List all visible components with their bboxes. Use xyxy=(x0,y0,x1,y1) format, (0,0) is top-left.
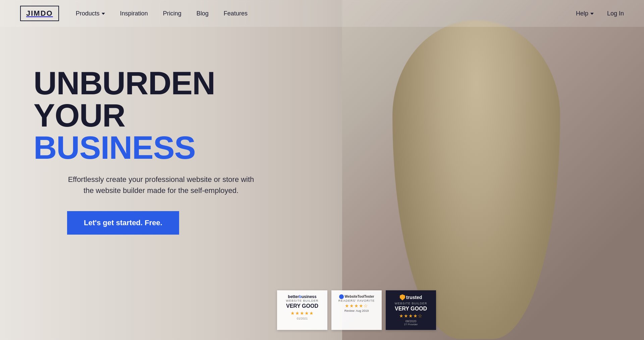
badge-better-business: betterbusiness WEBSITE BUILDER VERY GOOD… xyxy=(277,290,327,330)
nav-features-label: Features xyxy=(224,10,248,17)
wtt-logo: WebsiteToolTester xyxy=(337,294,376,299)
wtt-category: READERS' FAVORITE xyxy=(337,299,376,302)
hero-content: UNBURDEN YOUR BUSINESS Effortlessly crea… xyxy=(0,27,268,235)
nav-pricing-label: Pricing xyxy=(163,10,181,17)
logo-link[interactable]: JIMDO xyxy=(20,6,59,21)
hero-subtext: Effortlessly create your professional we… xyxy=(67,174,255,196)
trusted-provider: 27 Provider xyxy=(391,323,431,326)
trusted-stars: ★★★★☆ xyxy=(391,313,431,319)
wtt-review-date: Review: Aug 2019 xyxy=(337,309,376,312)
nav-links: Products Inspiration Pricing Blog xyxy=(76,10,248,17)
help-chevron-icon xyxy=(590,13,594,15)
nav-inspiration[interactable]: Inspiration xyxy=(120,10,148,17)
trusted-category: WEBSITE BUILDER xyxy=(391,302,431,305)
products-chevron-icon xyxy=(102,13,105,15)
trusted-shield-icon xyxy=(400,294,405,300)
headline-line2: BUSINESS xyxy=(34,132,268,164)
trusted-logo-text: trusted xyxy=(406,295,422,300)
bb-category: WEBSITE BUILDER xyxy=(282,299,322,302)
nav-pricing[interactable]: Pricing xyxy=(163,10,181,17)
nav-products[interactable]: Products xyxy=(76,10,105,17)
badges-container: betterbusiness WEBSITE BUILDER VERY GOOD… xyxy=(277,290,436,330)
nav-products-label: Products xyxy=(76,10,100,17)
nav-login[interactable]: Log In xyxy=(607,10,624,17)
hero-headline: UNBURDEN YOUR BUSINESS xyxy=(34,67,268,164)
trusted-rating: VERY GOOD xyxy=(391,306,431,312)
nav-blog-label: Blog xyxy=(197,10,209,17)
nav-help-label: Help xyxy=(576,10,588,17)
wtt-icon xyxy=(339,294,344,299)
trusted-date: 08/2020 xyxy=(391,320,431,323)
nav-blog[interactable]: Blog xyxy=(197,10,209,17)
nav-features[interactable]: Features xyxy=(224,10,248,17)
badge-websitetooltester: WebsiteToolTester READERS' FAVORITE ★★★★… xyxy=(331,290,382,330)
hero-person-image xyxy=(342,0,644,340)
headline-line1: UNBURDEN YOUR xyxy=(34,67,268,132)
cta-label: Let's get started. Free. xyxy=(84,218,162,227)
navbar: JIMDO Products Inspiration Pricing xyxy=(0,0,644,27)
bb-rating: VERY GOOD xyxy=(282,303,322,309)
navbar-right: Help Log In xyxy=(576,10,624,17)
bb-logo: betterbusiness xyxy=(282,294,322,299)
bb-stars: ★★★★★ xyxy=(282,310,322,316)
nav-help[interactable]: Help xyxy=(576,10,594,17)
wtt-stars: ★★★★☆ xyxy=(337,303,376,308)
logo-text: JIMDO xyxy=(26,9,53,18)
cta-button[interactable]: Let's get started. Free. xyxy=(67,211,179,235)
navbar-left: JIMDO Products Inspiration Pricing xyxy=(20,6,248,21)
nav-login-label: Log In xyxy=(607,10,624,17)
badge-trusted: trusted WEBSITE BUILDER VERY GOOD ★★★★☆ … xyxy=(386,290,436,330)
nav-inspiration-label: Inspiration xyxy=(120,10,148,17)
bb-date: 01/2021 xyxy=(282,317,322,320)
